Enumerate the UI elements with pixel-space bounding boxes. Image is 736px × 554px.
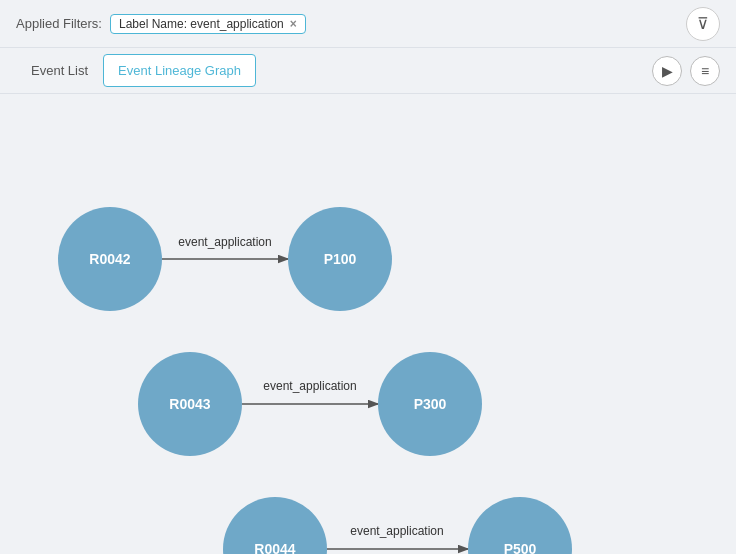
play-button[interactable]: ▶ bbox=[652, 56, 682, 86]
tabs-bar: Event List Event Lineage Graph ▶ ≡ bbox=[0, 48, 736, 94]
filter-tag-text: Label Name: event_application bbox=[119, 17, 284, 31]
play-icon: ▶ bbox=[662, 63, 673, 79]
node-label-r0043: R0043 bbox=[169, 396, 210, 412]
filter-tag: Label Name: event_application × bbox=[110, 14, 306, 34]
filter-tag-close-icon[interactable]: × bbox=[290, 17, 297, 31]
node-label-r0042: R0042 bbox=[89, 251, 130, 267]
node-label-p300: P300 bbox=[414, 396, 447, 412]
edge-label-r0042-p100: event_application bbox=[178, 235, 271, 249]
node-label-p500: P500 bbox=[504, 541, 537, 554]
lineage-graph-svg: event_application event_application even… bbox=[0, 94, 736, 554]
edge-label-r0043-p300: event_application bbox=[263, 379, 356, 393]
node-label-r0044: R0044 bbox=[254, 541, 295, 554]
filter-funnel-icon: ⊽ bbox=[697, 14, 709, 33]
applied-filters-label: Applied Filters: bbox=[16, 16, 102, 31]
graph-area: event_application event_application even… bbox=[0, 94, 736, 554]
list-icon: ≡ bbox=[701, 63, 709, 79]
filter-icon-button[interactable]: ⊽ bbox=[686, 7, 720, 41]
tab-event-list[interactable]: Event List bbox=[16, 54, 103, 87]
node-label-p100: P100 bbox=[324, 251, 357, 267]
list-button[interactable]: ≡ bbox=[690, 56, 720, 86]
tab-actions: ▶ ≡ bbox=[652, 56, 720, 86]
top-bar: Applied Filters: Label Name: event_appli… bbox=[0, 0, 736, 48]
edge-label-r0044-p500: event_application bbox=[350, 524, 443, 538]
tab-event-lineage[interactable]: Event Lineage Graph bbox=[103, 54, 256, 87]
